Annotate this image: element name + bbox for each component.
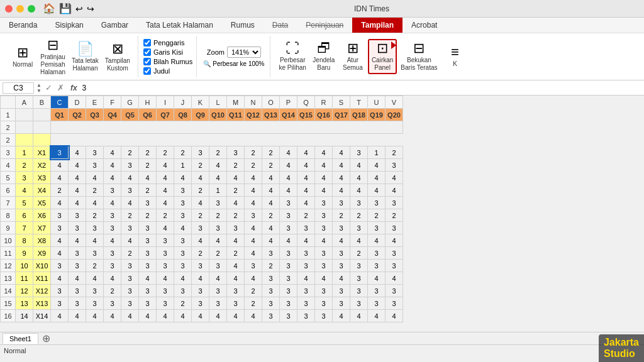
cell-5-3[interactable]: 4 <box>51 172 69 184</box>
tab-acrobat[interactable]: Acrobat <box>402 18 446 33</box>
formula-input[interactable] <box>82 84 641 92</box>
cell-11-11[interactable]: 2 <box>192 247 209 260</box>
cell-6-4[interactable]: 4 <box>69 184 86 197</box>
cell-7-6[interactable]: 4 <box>104 197 121 209</box>
cell-b12[interactable]: X10 <box>33 260 51 272</box>
cell-11-16[interactable]: 3 <box>280 247 297 260</box>
cell-h1[interactable]: Q6 <box>139 109 157 121</box>
cell-4-5[interactable]: 3 <box>86 159 104 172</box>
cell-8-7[interactable]: 2 <box>121 209 139 222</box>
cell-7-4[interactable]: 4 <box>69 197 86 209</box>
cell-6-17[interactable]: 4 <box>297 184 315 197</box>
cell-15-21[interactable]: 3 <box>368 297 386 310</box>
cell-6-3[interactable]: 2 <box>51 184 69 197</box>
cell-14-14[interactable]: 2 <box>245 285 262 297</box>
cell-10-17[interactable]: 4 <box>297 234 315 247</box>
arrange-all-button[interactable]: ⊞ AturSemua <box>339 40 367 73</box>
zoom-select[interactable]: 141% <box>227 47 261 58</box>
cell-12-14[interactable]: 3 <box>245 260 262 272</box>
cell-16-22[interactable]: 4 <box>386 310 403 322</box>
col-header-p[interactable]: P <box>280 96 297 109</box>
cell-14-17[interactable]: 3 <box>297 285 315 297</box>
cell-b6[interactable]: X4 <box>33 184 51 197</box>
cell-p1[interactable]: Q14 <box>280 109 297 121</box>
cell-10-16[interactable]: 4 <box>280 234 297 247</box>
cell-5-10[interactable]: 4 <box>174 172 192 184</box>
cell-14-22[interactable]: 3 <box>386 285 403 297</box>
cell-15-7[interactable]: 3 <box>121 297 139 310</box>
cell-g1[interactable]: Q5 <box>121 109 139 121</box>
cell-3-5[interactable]: 3 <box>86 146 104 159</box>
cell-4-6[interactable]: 4 <box>104 159 121 172</box>
cell-11-18[interactable]: 3 <box>315 247 333 260</box>
cell-12-10[interactable]: 3 <box>174 260 192 272</box>
cell-9-22[interactable]: 3 <box>386 222 403 234</box>
cell-7-9[interactable]: 4 <box>157 197 174 209</box>
cell-b2[interactable] <box>33 121 51 134</box>
cell-10-4[interactable]: 4 <box>69 234 86 247</box>
tab-peninjauan[interactable]: Peninjauan <box>297 18 352 33</box>
cell-3-9[interactable]: 2 <box>157 146 174 159</box>
cell-7-18[interactable]: 3 <box>315 197 333 209</box>
cell-15-16[interactable]: 3 <box>280 297 297 310</box>
home-icon[interactable]: 🏠 <box>43 3 55 14</box>
cell-9-6[interactable]: 3 <box>104 222 121 234</box>
new-window-button[interactable]: 🗗 JendelaBaru <box>310 40 338 73</box>
cell-14-9[interactable]: 3 <box>157 285 174 297</box>
cell-b16[interactable]: X14 <box>33 310 51 322</box>
undo-icon[interactable]: ↩ <box>75 4 83 14</box>
cell-4-14[interactable]: 2 <box>245 159 262 172</box>
cell-8-9[interactable]: 2 <box>157 209 174 222</box>
cell-13-13[interactable]: 4 <box>227 272 245 285</box>
cell-b9[interactable]: X7 <box>33 222 51 234</box>
cell-11-4[interactable]: 3 <box>69 247 86 260</box>
cell-16-16[interactable]: 3 <box>280 310 297 322</box>
cell-13-17[interactable]: 4 <box>297 272 315 285</box>
cell-15-19[interactable]: 3 <box>333 297 350 310</box>
cell-13-9[interactable]: 4 <box>157 272 174 285</box>
cell-7-21[interactable]: 3 <box>368 197 386 209</box>
cell-13-20[interactable]: 3 <box>350 272 368 285</box>
cell-6-6[interactable]: 3 <box>104 184 121 197</box>
cell-16-5[interactable]: 4 <box>86 310 104 322</box>
col-header-o[interactable]: O <box>262 96 280 109</box>
cell-8-20[interactable]: 2 <box>350 209 368 222</box>
cell-5-5[interactable]: 4 <box>86 172 104 184</box>
cell-9-18[interactable]: 3 <box>315 222 333 234</box>
cell-15-5[interactable]: 3 <box>86 297 104 310</box>
cell-9-8[interactable]: 3 <box>139 222 157 234</box>
cell-11-3[interactable]: 4 <box>51 247 69 260</box>
col-header-s[interactable]: S <box>333 96 350 109</box>
cell-b11[interactable]: X9 <box>33 247 51 260</box>
cell-5-15[interactable]: 4 <box>262 172 280 184</box>
cell-5-9[interactable]: 4 <box>157 172 174 184</box>
cell-a4[interactable]: 2 <box>16 159 33 172</box>
cell-7-19[interactable]: 3 <box>333 197 350 209</box>
cell-5-8[interactable]: 4 <box>139 172 157 184</box>
cell-6-5[interactable]: 2 <box>86 184 104 197</box>
cell-13-15[interactable]: 3 <box>262 272 280 285</box>
cell-5-7[interactable]: 4 <box>121 172 139 184</box>
cell-9-10[interactable]: 4 <box>174 222 192 234</box>
cell-14-4[interactable]: 3 <box>69 285 86 297</box>
cell-3-11[interactable]: 3 <box>192 146 209 159</box>
cell-15-20[interactable]: 3 <box>350 297 368 310</box>
cell-15-12[interactable]: 3 <box>209 297 227 310</box>
cell-5-21[interactable]: 4 <box>368 172 386 184</box>
cell-9-13[interactable]: 3 <box>227 222 245 234</box>
cell-14-13[interactable]: 3 <box>227 285 245 297</box>
cell-a7[interactable]: 5 <box>16 197 33 209</box>
cell-4-4[interactable]: 4 <box>69 159 86 172</box>
cell-a14[interactable]: 12 <box>16 285 33 297</box>
cell-6-14[interactable]: 4 <box>245 184 262 197</box>
cell-16-20[interactable]: 4 <box>350 310 368 322</box>
cell-10-7[interactable]: 4 <box>121 234 139 247</box>
cell-12-19[interactable]: 3 <box>333 260 350 272</box>
cell-12-9[interactable]: 3 <box>157 260 174 272</box>
cell-9-16[interactable]: 3 <box>280 222 297 234</box>
cell-11-12[interactable]: 2 <box>209 247 227 260</box>
cell-13-4[interactable]: 4 <box>69 272 86 285</box>
cell-3-18[interactable]: 4 <box>315 146 333 159</box>
cell-10-18[interactable]: 4 <box>315 234 333 247</box>
cell-5-14[interactable]: 4 <box>245 172 262 184</box>
